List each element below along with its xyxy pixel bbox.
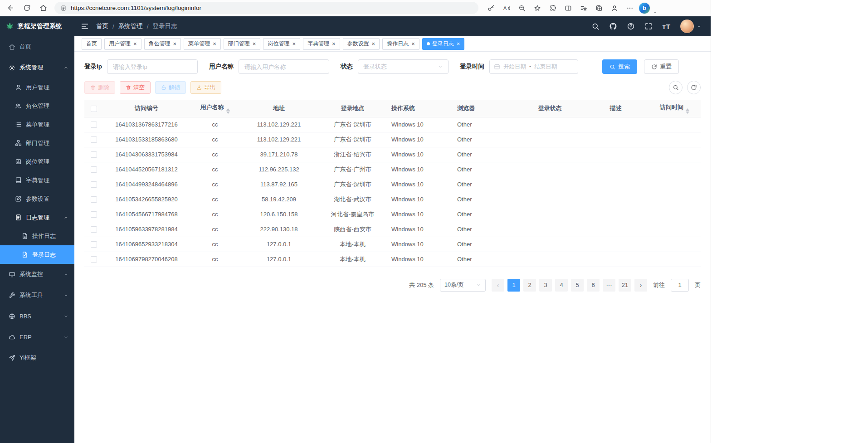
row-checkbox[interactable] xyxy=(91,241,97,248)
breadcrumb-item-system[interactable]: 系统管理 xyxy=(118,22,143,30)
login-ip-input[interactable] xyxy=(107,59,198,74)
font-size-button[interactable]: тТ xyxy=(662,23,671,30)
row-checkbox[interactable] xyxy=(91,211,97,218)
column-header-time[interactable]: 访问时间 xyxy=(649,100,701,117)
tab[interactable]: 岗位管理 × xyxy=(263,38,300,50)
clear-button[interactable]: 清空 xyxy=(120,81,151,94)
export-button[interactable]: 导出 xyxy=(190,81,221,94)
tab-close-icon[interactable]: × xyxy=(213,41,216,47)
tab-close-icon[interactable]: × xyxy=(173,41,177,47)
tab-close-icon[interactable]: × xyxy=(332,41,336,47)
browser-profile-button[interactable] xyxy=(608,2,621,15)
extensions-button[interactable] xyxy=(546,2,559,15)
sort-caret-icon[interactable] xyxy=(226,108,230,114)
sidebar-toggle-button[interactable] xyxy=(74,16,95,36)
sidebar-item[interactable]: 首页 xyxy=(0,36,74,57)
tab[interactable]: 字典管理 × xyxy=(303,38,340,50)
bing-copilot-button[interactable]: b xyxy=(639,3,650,14)
sidebar-item[interactable]: 日志管理 xyxy=(0,208,74,227)
browser-refresh-button[interactable] xyxy=(20,1,34,15)
status-select[interactable]: 登录状态 xyxy=(358,59,449,74)
tab[interactable]: 操作日志 × xyxy=(382,38,419,50)
unlock-button[interactable]: 解锁 xyxy=(155,81,186,94)
sidebar-item[interactable]: 部门管理 xyxy=(0,134,74,152)
sidebar-item[interactable]: 登录日志 xyxy=(0,245,74,264)
tab[interactable]: 菜单管理 × xyxy=(184,38,221,50)
row-checkbox[interactable] xyxy=(91,196,97,203)
login-time-range-picker[interactable]: 开始日期 - 结束日期 xyxy=(489,59,578,74)
tab[interactable]: 角色管理 × xyxy=(144,38,181,50)
page-number-button[interactable]: 21 xyxy=(619,279,631,292)
sidebar-item[interactable]: 用户管理 xyxy=(0,78,74,97)
bing-dropdown-caret-icon[interactable] xyxy=(653,10,657,15)
row-checkbox[interactable] xyxy=(91,226,97,233)
read-aloud-button[interactable]: A xyxy=(500,2,513,15)
tab[interactable]: 登录日志 × xyxy=(422,38,465,50)
page-number-button[interactable]: 2 xyxy=(523,279,536,292)
page-number-button[interactable]: 5 xyxy=(571,279,584,292)
row-checkbox[interactable] xyxy=(91,136,97,143)
page-size-select[interactable]: 10条/页 xyxy=(440,279,486,292)
page-number-button[interactable]: 3 xyxy=(539,279,552,292)
page-number-button[interactable]: 1 xyxy=(507,279,520,292)
page-info-icon[interactable] xyxy=(60,5,67,11)
browser-home-button[interactable] xyxy=(36,1,50,15)
github-link-button[interactable] xyxy=(609,22,617,30)
next-page-button[interactable]: › xyxy=(634,279,647,292)
header-search-button[interactable] xyxy=(591,22,600,30)
goto-page-input[interactable] xyxy=(671,279,689,292)
sidebar-item[interactable]: 字典管理 xyxy=(0,171,74,190)
tab-close-icon[interactable]: × xyxy=(253,41,256,47)
tab-close-icon[interactable]: × xyxy=(457,41,460,47)
tab[interactable]: 用户管理 × xyxy=(104,38,141,50)
sidebar-item[interactable]: ERP xyxy=(0,326,74,347)
fullscreen-button[interactable] xyxy=(644,22,653,30)
tab[interactable]: 参数设置 × xyxy=(343,38,380,50)
reset-button[interactable]: 重置 xyxy=(644,59,679,74)
page-number-button[interactable]: ··· xyxy=(603,279,615,292)
help-button[interactable] xyxy=(627,22,635,30)
collections-button[interactable] xyxy=(593,2,605,15)
sort-caret-icon[interactable] xyxy=(686,108,689,114)
address-bar[interactable]: https://ccnetcore.com:1101/system/log/lo… xyxy=(54,2,478,14)
breadcrumb-item-home[interactable]: 首页 xyxy=(96,22,108,30)
user-avatar-menu[interactable] xyxy=(680,19,702,33)
tab[interactable]: 首页 xyxy=(82,38,102,50)
row-checkbox[interactable] xyxy=(91,181,97,188)
select-all-checkbox[interactable] xyxy=(91,106,97,112)
row-checkbox[interactable] xyxy=(91,166,97,173)
tab-close-icon[interactable]: × xyxy=(292,41,296,47)
sidebar-item[interactable]: BBS xyxy=(0,306,74,326)
search-button[interactable]: 搜索 xyxy=(602,59,637,74)
zoom-button[interactable] xyxy=(516,2,528,15)
sidebar-item[interactable]: 角色管理 xyxy=(0,97,74,115)
sidebar-item[interactable]: 系统监控 xyxy=(0,264,74,285)
delete-button[interactable]: 删除 xyxy=(84,81,115,94)
page-number-button[interactable]: 6 xyxy=(587,279,600,292)
column-header-user[interactable]: 用户名称 xyxy=(190,100,240,117)
sidebar-item[interactable]: Yi框架 xyxy=(0,347,74,368)
url-text[interactable]: https://ccnetcore.com:1101/system/log/lo… xyxy=(71,5,201,11)
split-screen-button[interactable] xyxy=(562,2,575,15)
sidebar-item[interactable]: 参数设置 xyxy=(0,190,74,208)
tab-close-icon[interactable]: × xyxy=(411,41,415,47)
avatar[interactable] xyxy=(680,19,694,33)
browser-menu-button[interactable] xyxy=(624,2,636,15)
tab-close-icon[interactable]: × xyxy=(133,41,137,47)
toggle-search-button[interactable] xyxy=(669,81,683,94)
page-number-button[interactable]: 4 xyxy=(555,279,568,292)
password-manager-button[interactable] xyxy=(485,2,497,15)
sidebar-item[interactable]: 系统工具 xyxy=(0,285,74,306)
add-favorite-button[interactable] xyxy=(531,2,544,15)
row-checkbox[interactable] xyxy=(91,122,97,128)
sidebar-item[interactable]: 岗位管理 xyxy=(0,152,74,171)
sidebar-item[interactable]: 操作日志 xyxy=(0,227,74,245)
prev-page-button[interactable]: ‹ xyxy=(492,279,504,292)
tab[interactable]: 部门管理 × xyxy=(224,38,261,50)
favorites-bar-button[interactable] xyxy=(577,2,590,15)
sidebar-item[interactable]: 系统管理 xyxy=(0,57,74,78)
refresh-table-button[interactable] xyxy=(687,81,701,94)
username-input[interactable] xyxy=(239,59,329,74)
browser-back-button[interactable] xyxy=(4,1,17,15)
sidebar-item[interactable]: 菜单管理 xyxy=(0,115,74,134)
